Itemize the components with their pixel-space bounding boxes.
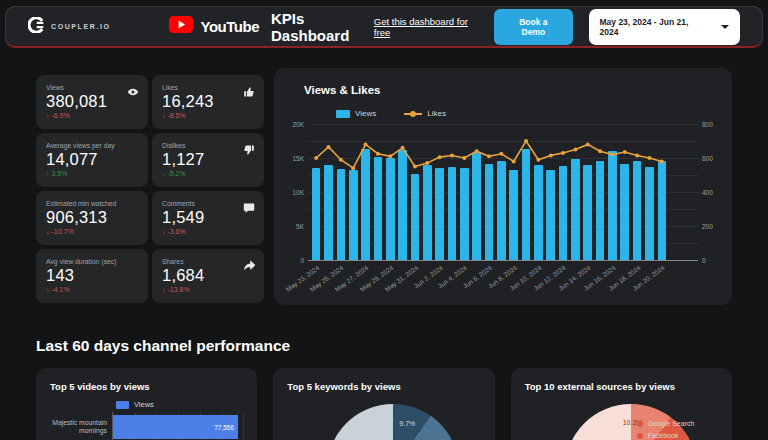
likes-point[interactable] (635, 153, 639, 157)
kpi-label: Comments (162, 200, 255, 207)
top-sources-title: Top 10 external sources by views (525, 381, 718, 392)
likes-point[interactable] (450, 153, 454, 157)
sources-legend: Google SearchFacebook (637, 420, 695, 439)
likes-point[interactable] (327, 145, 331, 149)
youtube-play-icon (169, 16, 193, 37)
sources-legend-label: Facebook (648, 432, 679, 439)
likes-point[interactable] (549, 153, 553, 157)
likes-point[interactable] (462, 156, 466, 160)
kpi-card-likes: Likes16,243↓ -8.5% (152, 75, 264, 129)
legend-likes[interactable]: Likes (404, 109, 446, 118)
kpi-card-dislikes: Dislikes1,127↓ -5.2% (152, 133, 264, 187)
y-axis-right-tick: 600 (702, 155, 728, 162)
section-title: Last 60 days channel performance (0, 337, 768, 355)
likes-point[interactable] (536, 158, 540, 162)
likes-point[interactable] (425, 161, 429, 165)
likes-point[interactable] (388, 154, 392, 158)
kpi-delta: ↓ -6.9% (46, 112, 139, 119)
y-axis-right-tick: 400 (702, 189, 728, 196)
get-dashboard-link[interactable]: Get this dashboard for free (374, 16, 478, 38)
kpi-label: Estimated min watched (46, 200, 139, 207)
date-range-picker[interactable]: May 23, 2024 - Jun 21, 2024 (589, 9, 741, 45)
likes-point[interactable] (499, 152, 503, 156)
kpi-delta: ↓ -13.8% (162, 286, 255, 293)
kpi-card-comments: Comments1,549↓ -3.6% (152, 191, 264, 245)
kpi-value: 1,549 (162, 208, 255, 227)
kpi-delta: ↓ -8.5% (162, 112, 255, 119)
header-bar: COUPLER.IO YouTube KPIs Dashboard Get th… (5, 6, 763, 48)
sources-legend-item[interactable]: Facebook (637, 432, 695, 439)
kpi-delta: ↓ -3.6% (162, 228, 255, 235)
kpi-card-shares: Shares1,684↓ -13.8% (152, 249, 264, 303)
video-bar-row: Majestic mountain mornings77,556 (50, 412, 243, 440)
likes-point[interactable] (438, 155, 442, 159)
likes-point[interactable] (364, 142, 368, 146)
thumb-down-icon (243, 142, 255, 160)
legend-likes-label: Likes (427, 109, 446, 118)
kpi-delta: ↓ -10.7% (46, 228, 139, 235)
plot-area: May 23, 2024May 25, 2024May 27, 2024May … (310, 124, 668, 260)
video-views-bar[interactable]: 77,556 (113, 415, 238, 439)
likes-point[interactable] (524, 139, 528, 143)
comment-icon (243, 200, 255, 218)
video-views-value: 77,556 (214, 424, 238, 431)
date-range-value: May 23, 2024 - Jun 21, 2024 (600, 17, 700, 37)
share-icon (243, 258, 255, 276)
kpi-delta: ↓ -5.2% (162, 170, 255, 177)
likes-point[interactable] (647, 156, 651, 160)
kpi-delta: ↑ 3.5% (46, 170, 139, 177)
kpi-value: 380,081 (46, 92, 139, 111)
likes-point[interactable] (413, 165, 417, 169)
legend-views-label: Views (355, 109, 376, 118)
likes-point[interactable] (512, 159, 516, 163)
y-axis-right-tick: 200 (702, 223, 728, 230)
likes-point[interactable] (376, 152, 380, 156)
y-axis-left-tick: 0 (282, 257, 304, 264)
kpi-card-views: Views380,081↓ -6.9% (36, 75, 148, 129)
kpi-label: Shares (162, 258, 255, 265)
chevron-down-icon (721, 25, 729, 29)
page-title-text: KPIs Dashboard (271, 10, 374, 44)
views-likes-title: Views & Likes (304, 84, 698, 96)
coupler-logo-icon (28, 17, 44, 37)
likes-point[interactable] (598, 149, 602, 153)
top-sources-panel: Top 10 external sources by views 10.3% G… (511, 368, 732, 440)
kpi-label: Avg view duration (sec) (46, 258, 139, 265)
y-axis-left-tick: 20K (282, 121, 304, 128)
likes-point[interactable] (475, 149, 479, 153)
views-likes-legend: Views Likes (336, 109, 698, 118)
likes-point[interactable] (623, 150, 627, 154)
likes-point[interactable] (401, 146, 405, 150)
kpi-delta: ↓ -4.1% (46, 286, 139, 293)
eye-icon (127, 84, 139, 102)
kpi-card-estimated-min-watched: Estimated min watched906,313↓ -10.7% (36, 191, 148, 245)
y-axis-left-tick: 15K (282, 155, 304, 162)
likes-point[interactable] (660, 159, 664, 163)
likes-point[interactable] (487, 154, 491, 158)
keywords-pie[interactable] (327, 404, 459, 440)
book-demo-button[interactable]: Book a Demo (494, 9, 572, 45)
legend-views[interactable]: Views (336, 109, 376, 118)
likes-point[interactable] (339, 158, 343, 162)
legend-dot-icon (637, 421, 643, 427)
video-category-label: Majestic mountain mornings (50, 419, 112, 435)
likes-point[interactable] (351, 166, 355, 170)
sources-pie-chart: 10.3% Google SearchFacebook (525, 392, 718, 440)
likes-point[interactable] (314, 156, 318, 160)
x-axis-baseline (308, 260, 698, 261)
likes-point[interactable] (573, 148, 577, 152)
likes-point[interactable] (586, 142, 590, 146)
likes-point[interactable] (561, 151, 565, 155)
kpi-value: 1,684 (162, 266, 255, 285)
likes-point[interactable] (610, 153, 614, 157)
coupler-brand[interactable]: COUPLER.IO (28, 17, 111, 37)
sources-legend-label: Google Search (648, 420, 695, 427)
videos-legend-label: Views (134, 400, 154, 409)
sources-legend-item[interactable]: Google Search (637, 420, 695, 427)
kpi-card-average-views-per-day: Average views per day14,077↑ 3.5% (36, 133, 148, 187)
kpi-value: 16,243 (162, 92, 255, 111)
kpi-value: 1,127 (162, 150, 255, 169)
kpi-label: Dislikes (162, 142, 255, 149)
coupler-brand-text: COUPLER.IO (51, 23, 111, 30)
top-videos-panel: Top 5 videos by views Views Majestic mou… (36, 368, 257, 440)
